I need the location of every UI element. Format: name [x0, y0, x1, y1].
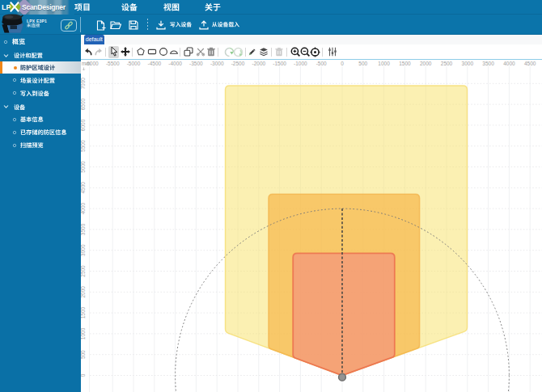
svg-text:-2000: -2000: [252, 61, 265, 66]
svg-text:500: 500: [358, 61, 367, 66]
svg-text:-4000: -4000: [168, 61, 182, 66]
svg-text:-6000: -6000: [85, 61, 99, 66]
svg-text:-4500: -4500: [147, 61, 161, 66]
svg-text:1000: 1000: [81, 327, 86, 339]
svg-text:4500: 4500: [81, 182, 86, 194]
svg-text:1500: 1500: [399, 61, 411, 66]
svg-text:4000: 4000: [503, 61, 515, 66]
svg-text:3000: 3000: [462, 61, 474, 66]
svg-text:3500: 3500: [482, 61, 494, 66]
svg-text:4500: 4500: [524, 61, 536, 66]
svg-text:-5500: -5500: [106, 61, 120, 66]
svg-text:3000: 3000: [81, 244, 86, 256]
svg-text:6000: 6000: [81, 119, 86, 131]
svg-text:-3000: -3000: [210, 61, 224, 66]
svg-text:5000: 5000: [81, 161, 86, 173]
svg-text:3500: 3500: [81, 223, 86, 235]
svg-text:500: 500: [81, 350, 86, 359]
svg-text:1500: 1500: [81, 306, 86, 318]
svg-text:2500: 2500: [81, 265, 86, 277]
svg-text:0: 0: [341, 61, 344, 66]
svg-text:2000: 2000: [420, 61, 432, 66]
svg-text:2000: 2000: [81, 286, 86, 298]
svg-text:4000: 4000: [81, 202, 86, 214]
svg-text:-5000: -5000: [127, 61, 141, 66]
svg-text:-500: -500: [316, 61, 327, 66]
svg-text:7000: 7000: [81, 78, 86, 90]
svg-text:-3500: -3500: [189, 61, 203, 66]
svg-text:0: 0: [81, 373, 86, 377]
svg-text:1000: 1000: [378, 61, 390, 66]
svg-text:-1000: -1000: [294, 61, 307, 66]
svg-text:-1500: -1500: [273, 61, 286, 66]
svg-text:-2500: -2500: [231, 61, 245, 66]
svg-text:6500: 6500: [81, 98, 86, 110]
svg-text:2500: 2500: [441, 61, 453, 66]
svg-text:5500: 5500: [81, 140, 86, 152]
